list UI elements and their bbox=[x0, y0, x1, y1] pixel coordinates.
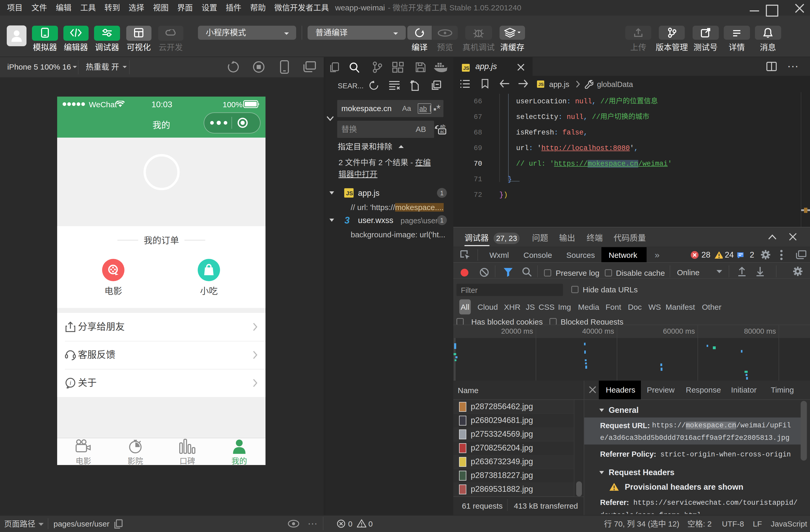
svg-text:i: i bbox=[70, 379, 71, 386]
svg-text:ab: ab bbox=[440, 124, 445, 129]
svg-text:ac: ac bbox=[440, 129, 444, 134]
